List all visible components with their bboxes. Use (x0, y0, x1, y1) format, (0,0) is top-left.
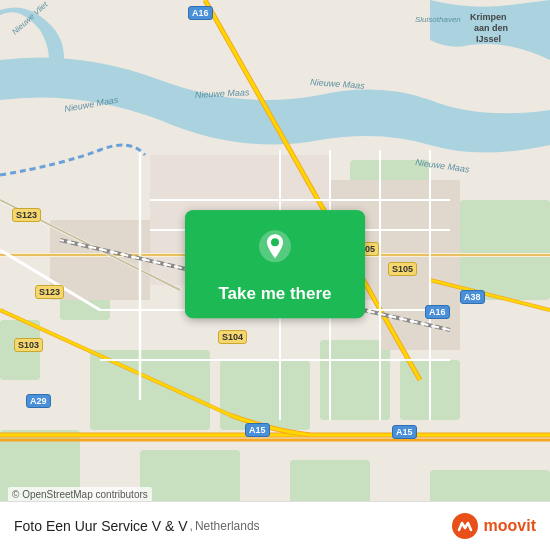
moovit-icon (451, 512, 479, 540)
badge-S104: S104 (218, 330, 247, 344)
moovit-logo: moovit (451, 512, 536, 540)
svg-text:aan den: aan den (474, 23, 508, 33)
badge-A38: A38 (460, 290, 485, 304)
svg-text:Sluisothaven: Sluisothaven (415, 15, 461, 24)
svg-text:IJssel: IJssel (476, 34, 501, 44)
location-pin-icon (257, 228, 293, 264)
badge-A29: A29 (26, 394, 51, 408)
badge-A15-right: A15 (392, 425, 417, 439)
svg-rect-8 (460, 200, 550, 300)
button-icon-area (185, 210, 365, 276)
take-me-there-label: Take me there (185, 276, 365, 318)
moovit-brand-text: moovit (484, 517, 536, 535)
badge-A16-top: A16 (188, 6, 213, 20)
country-name: Netherlands (195, 519, 260, 533)
badge-S105-right: S105 (388, 262, 417, 276)
location-name: Foto Een Uur Service V & V (14, 518, 188, 534)
country-separator: , (190, 519, 193, 533)
bottom-bar: Foto Een Uur Service V & V , Netherlands… (0, 501, 550, 550)
badge-A15-left: A15 (245, 423, 270, 437)
take-me-there-button[interactable]: Take me there (185, 210, 365, 318)
svg-point-52 (271, 238, 279, 246)
badge-S103: S103 (14, 338, 43, 352)
map-attribution: © OpenStreetMap contributors (8, 487, 152, 502)
map-container: Nieuwe Maas Nieuwe Maas Nieuwe Maas Nieu… (0, 0, 550, 550)
svg-rect-4 (90, 350, 210, 430)
svg-rect-5 (220, 360, 310, 430)
badge-A16-mid: A16 (425, 305, 450, 319)
svg-text:Krimpen: Krimpen (470, 12, 507, 22)
badge-S123-left: S123 (12, 208, 41, 222)
badge-S123-mid: S123 (35, 285, 64, 299)
